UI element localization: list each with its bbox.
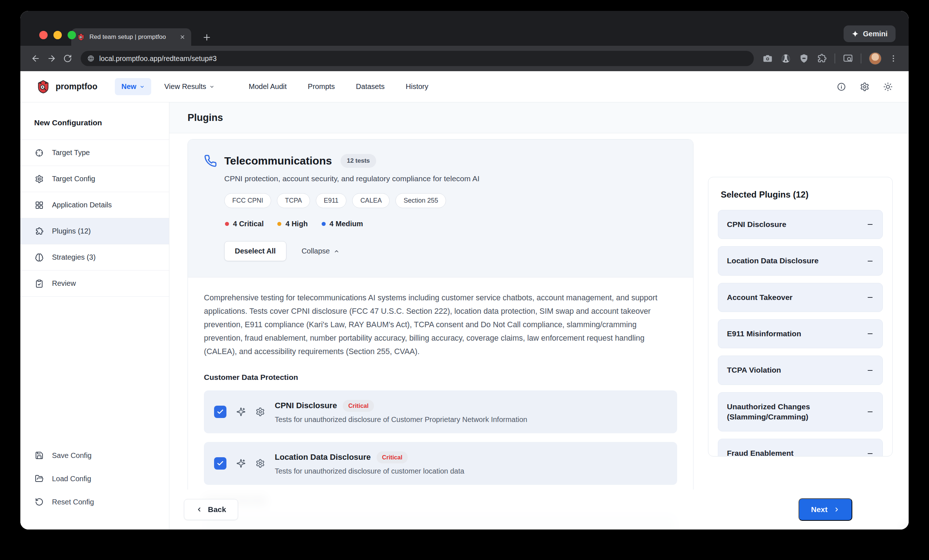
search-tabs-icon[interactable] — [843, 54, 853, 64]
back-icon[interactable] — [28, 50, 44, 66]
selected-plugin-item: Account Takeover — [718, 283, 883, 312]
selected-plugin-label: E911 Misinformation — [727, 329, 801, 339]
plugin-config-gear-icon[interactable] — [256, 407, 265, 416]
sidebar-item-application-details[interactable]: Application Details — [20, 192, 169, 218]
nav-prompts[interactable]: Prompts — [300, 78, 343, 95]
sidebar-item-review[interactable]: Review — [20, 271, 169, 297]
remove-plugin-minus-icon[interactable] — [866, 330, 874, 337]
sidebar-item-target-config[interactable]: Target Config — [20, 166, 169, 192]
promptfoo-logo — [36, 80, 50, 94]
collapse-toggle[interactable]: Collapse — [302, 247, 340, 255]
tag: Section 255 — [396, 193, 446, 208]
sidebar-item-label: Review — [52, 279, 76, 288]
toolbar-separator — [861, 54, 862, 64]
sparkles-icon[interactable] — [236, 459, 246, 468]
deselect-all-button[interactable]: Deselect All — [224, 241, 287, 261]
folder-open-icon — [35, 474, 44, 483]
remove-plugin-minus-icon[interactable] — [866, 408, 874, 415]
sidebar-item-label: Target Type — [52, 148, 90, 157]
selected-plugin-item: Fraud Enablement — [718, 439, 883, 456]
selected-plugin-label: Fraud Enablement — [727, 448, 793, 456]
remove-plugin-minus-icon[interactable] — [866, 294, 874, 301]
nav-new-label: New — [121, 83, 136, 91]
nav-label: Model Audit — [248, 83, 287, 91]
screenshot-extension-icon[interactable] — [762, 54, 773, 64]
tests-count-badge: 12 tests — [340, 154, 376, 168]
sidebar-item-target-type[interactable]: Target Type — [20, 140, 169, 166]
privacy-badger-extension-icon[interactable] — [780, 53, 791, 64]
selected-plugin-label: Location Data Disclosure — [727, 256, 819, 266]
category-description: Comprehensive testing for telecommunicat… — [204, 291, 677, 358]
wizard-footer: Back Next — [169, 490, 909, 529]
main-content: Plugins Telecommunications 12 tests CPNI… — [169, 103, 909, 529]
new-tab-button[interactable] — [202, 33, 212, 42]
nav-datasets[interactable]: Datasets — [348, 78, 392, 95]
remove-plugin-minus-icon[interactable] — [866, 450, 874, 456]
severity-badge: Critical — [343, 400, 374, 412]
compliance-tags: FCC CPNI TCPA E911 CALEA Section 255 — [224, 193, 677, 208]
plugin-checkbox[interactable] — [214, 405, 227, 418]
settings-gear-icon[interactable] — [860, 82, 869, 92]
profile-avatar[interactable] — [869, 52, 881, 65]
minimize-window-button[interactable] — [54, 31, 62, 39]
selected-plugin-item: TCPA Violation — [718, 355, 883, 385]
plugin-row-cpni-disclosure: CPNI Disclosure Critical Tests for unaut… — [204, 390, 677, 433]
load-config-button[interactable]: Load Config — [20, 467, 169, 490]
page-title: Plugins — [169, 103, 909, 133]
info-icon[interactable] — [837, 82, 846, 92]
browser-menu-icon[interactable] — [889, 54, 898, 63]
reload-icon[interactable] — [60, 50, 76, 66]
next-label: Next — [811, 505, 828, 514]
tag: CALEA — [352, 193, 389, 208]
tab-close-icon[interactable] — [179, 34, 185, 40]
selected-plugin-item: Unauthorized Changes (Slamming/Cramming) — [718, 392, 883, 432]
sidebar-item-strategies[interactable]: Strategies (3) — [20, 245, 169, 271]
selected-plugin-label: CPNI Disclosure — [727, 219, 786, 230]
close-window-button[interactable] — [39, 31, 48, 39]
window-controls — [39, 31, 76, 39]
sidebar-footer-label: Load Config — [52, 475, 91, 483]
address-bar[interactable]: local.promptfoo.app/redteam/setup#3 — [81, 51, 754, 66]
selected-plugin-item: Location Data Disclosure — [718, 246, 883, 275]
plugin-name: Location Data Disclosure — [275, 453, 371, 462]
sidebar-item-plugins[interactable]: Plugins (12) — [20, 218, 169, 245]
tab-title: Red team setup | promptfoo — [89, 34, 175, 41]
severity-badge: Critical — [377, 451, 408, 464]
check-icon — [217, 460, 224, 467]
brand-name: promptfoo — [55, 82, 97, 92]
clipboard-check-icon — [35, 279, 44, 288]
theme-sun-icon[interactable] — [883, 82, 893, 92]
adblock-shield-extension-icon[interactable] — [799, 54, 809, 64]
plugin-description: Tests for unauthorized disclosure of cus… — [275, 467, 464, 475]
chevron-down-icon — [140, 84, 145, 89]
fullscreen-window-button[interactable] — [67, 31, 76, 39]
remove-plugin-minus-icon[interactable] — [866, 367, 874, 374]
reset-config-button[interactable]: Reset Config — [20, 490, 169, 514]
sparkles-icon[interactable] — [236, 407, 246, 416]
nav-new-button[interactable]: New — [115, 78, 151, 95]
nav-label: History — [406, 83, 428, 91]
gemini-button[interactable]: Gemini — [843, 25, 895, 42]
save-config-button[interactable]: Save Config — [20, 444, 169, 467]
site-info-icon[interactable] — [87, 55, 95, 62]
nav-view-results[interactable]: View Results — [156, 78, 222, 95]
nav-label: Prompts — [308, 83, 335, 91]
remove-plugin-minus-icon[interactable] — [866, 221, 874, 228]
extensions-puzzle-icon[interactable] — [817, 54, 827, 64]
back-button[interactable]: Back — [184, 499, 238, 520]
severity-label: 4 Medium — [330, 220, 363, 228]
toolbar-separator — [834, 54, 835, 64]
remove-plugin-minus-icon[interactable] — [866, 257, 874, 265]
forward-icon[interactable] — [44, 50, 60, 66]
browser-tab[interactable]: Red team setup | promptfoo — [71, 28, 191, 46]
plugin-checkbox[interactable] — [214, 457, 227, 470]
sidebar-item-label: Strategies (3) — [52, 253, 96, 262]
selected-plugins-title: Selected Plugins (12) — [721, 190, 883, 200]
plugin-config-gear-icon[interactable] — [256, 459, 265, 468]
promptfoo-brand[interactable]: promptfoo — [36, 80, 97, 94]
puzzle-icon — [35, 227, 44, 236]
nav-history[interactable]: History — [398, 78, 436, 95]
nav-model-audit[interactable]: Model Audit — [241, 78, 295, 95]
sidebar-item-label: Target Config — [52, 175, 95, 183]
next-button[interactable]: Next — [799, 498, 852, 521]
